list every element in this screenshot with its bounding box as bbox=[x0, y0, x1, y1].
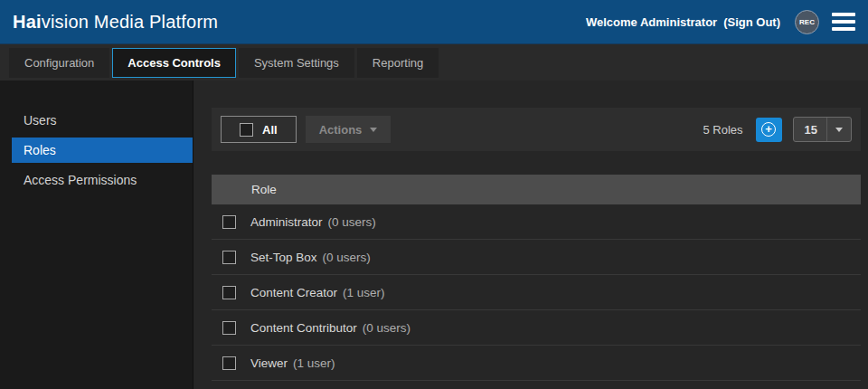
tab-configuration[interactable]: Configuration bbox=[9, 48, 109, 78]
app-header: Haivision Media Platform Welcome Adminis… bbox=[0, 0, 868, 43]
row-checkbox[interactable] bbox=[222, 251, 236, 264]
page-size-caret bbox=[826, 118, 851, 141]
rec-badge[interactable]: REC bbox=[795, 10, 819, 34]
roles-count: 5 Roles bbox=[703, 123, 742, 137]
row-checkbox[interactable] bbox=[222, 286, 236, 299]
row-checkbox[interactable] bbox=[222, 356, 236, 370]
plus-icon: + bbox=[761, 122, 776, 137]
chevron-down-icon bbox=[835, 128, 843, 132]
toolbar: All Actions 5 Roles + 15 bbox=[212, 108, 861, 151]
content-panel: All Actions 5 Roles + 15 Role bbox=[193, 81, 868, 389]
sidebar-item-roles[interactable]: Roles bbox=[12, 138, 193, 163]
row-checkbox[interactable] bbox=[222, 321, 236, 335]
sidebar-item-access-permissions[interactable]: Access Permissions bbox=[12, 167, 193, 193]
welcome-text: Welcome Administrator bbox=[586, 15, 717, 29]
actions-label: Actions bbox=[319, 123, 363, 137]
role-user-count: (0 users) bbox=[323, 251, 371, 264]
column-header-role[interactable]: Role bbox=[251, 183, 277, 196]
select-all-checkbox[interactable] bbox=[240, 123, 253, 137]
actions-dropdown[interactable]: Actions bbox=[306, 116, 392, 143]
sign-out-link[interactable]: (Sign Out) bbox=[723, 15, 780, 29]
main-area: Users Roles Access Permissions All Actio… bbox=[0, 81, 868, 389]
tab-reporting[interactable]: Reporting bbox=[357, 48, 439, 78]
add-role-button[interactable]: + bbox=[756, 118, 782, 142]
main-nav: Configuration Access Controls System Set… bbox=[0, 43, 868, 81]
roles-table: Role Administrator (0 users) Set-Top Box… bbox=[212, 175, 861, 381]
role-user-count: (0 users) bbox=[363, 321, 410, 335]
table-row[interactable]: Viewer (1 user) bbox=[212, 346, 861, 381]
select-all-button[interactable]: All bbox=[221, 116, 297, 143]
brand-logo: Haivision Media Platform bbox=[13, 12, 218, 33]
role-name: Content Creator bbox=[250, 286, 337, 299]
table-row[interactable]: Administrator (0 users) bbox=[212, 204, 861, 240]
role-user-count: (1 user) bbox=[293, 356, 335, 370]
table-row[interactable]: Content Creator (1 user) bbox=[212, 275, 861, 310]
page-size-value: 15 bbox=[805, 123, 817, 137]
role-name: Administrator bbox=[250, 215, 323, 229]
header-right: Welcome Administrator (Sign Out) REC bbox=[586, 9, 855, 34]
tab-system-settings[interactable]: System Settings bbox=[239, 48, 354, 78]
tab-access-controls[interactable]: Access Controls bbox=[112, 48, 236, 78]
role-user-count: (0 users) bbox=[328, 215, 376, 229]
brand-bold: Hai bbox=[13, 12, 42, 32]
sidebar-item-users[interactable]: Users bbox=[12, 108, 193, 133]
row-checkbox[interactable] bbox=[222, 215, 236, 229]
hamburger-menu-icon[interactable] bbox=[832, 9, 855, 34]
table-header: Role bbox=[212, 175, 861, 204]
select-all-label: All bbox=[262, 123, 278, 137]
role-user-count: (1 user) bbox=[343, 286, 385, 299]
brand-rest: vision Media Platform bbox=[42, 12, 218, 32]
table-row[interactable]: Content Contributor (0 users) bbox=[212, 310, 861, 346]
role-name: Viewer bbox=[250, 356, 288, 370]
chevron-down-icon bbox=[370, 128, 377, 132]
page-size-dropdown[interactable]: 15 bbox=[793, 117, 852, 142]
table-row[interactable]: Set-Top Box (0 users) bbox=[212, 240, 861, 275]
sidebar: Users Roles Access Permissions bbox=[0, 81, 193, 389]
role-name: Content Contributor bbox=[250, 321, 357, 335]
role-name: Set-Top Box bbox=[250, 251, 317, 264]
